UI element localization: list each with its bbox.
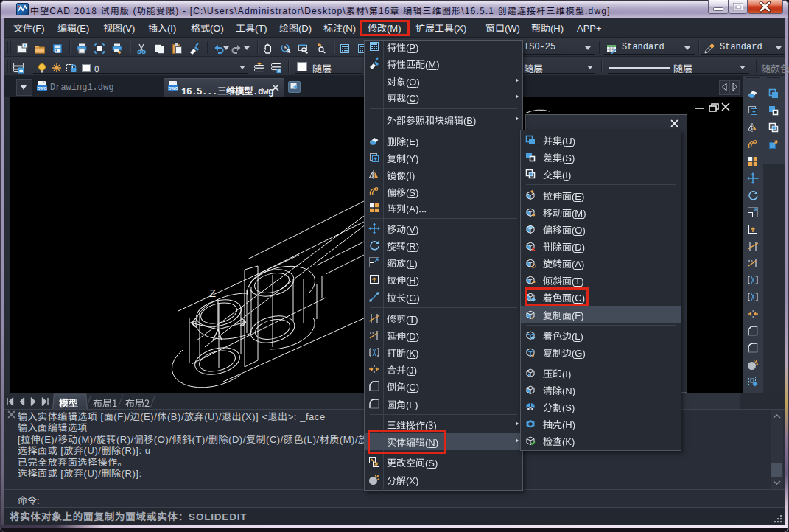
svg-text:Z: Z <box>209 288 216 301</box>
svg-text:DWG: DWG <box>37 86 46 91</box>
svg-text:DWG: DWG <box>168 86 178 91</box>
